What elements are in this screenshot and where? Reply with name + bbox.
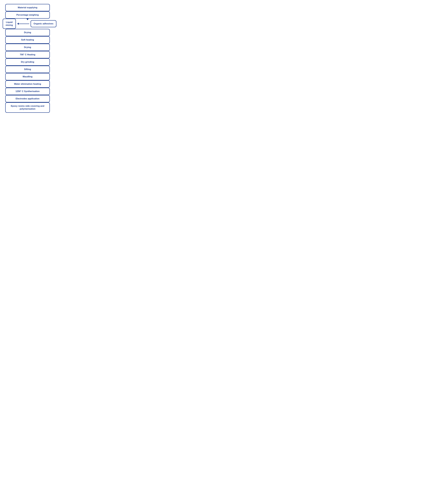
- box-soft-heating: Soft heating: [5, 36, 50, 44]
- box-drying-1: Drying: [5, 29, 50, 36]
- label-700c-heating: 700˚ C Heating: [20, 53, 35, 56]
- diagram-container: Material supplying Percentage weighing L…: [3, 4, 121, 478]
- box-electrodes-application: Electrodes application: [5, 95, 50, 102]
- box-sifting: Sifting: [5, 66, 50, 73]
- label-drying-2: Drying: [24, 46, 31, 48]
- label-water-elimination: Water elimination heating: [14, 83, 41, 85]
- box-liquid-mixing: Liquid mixing: [3, 19, 16, 29]
- label-material-supplying: Material supplying: [18, 6, 37, 9]
- box-water-elimination: Water elimination heating: [5, 80, 50, 88]
- box-material-supplying: Material supplying: [5, 4, 50, 11]
- arrow-head-left: [17, 23, 19, 25]
- arrow-h-line: [19, 23, 29, 24]
- label-epoxy-resins: Epoxy resins side covering and polymeriz…: [11, 105, 44, 110]
- flow-column: Material supplying Percentage weighing L…: [3, 4, 52, 113]
- box-percentage-weighing: Percentage weighing: [5, 11, 50, 19]
- label-organic-adhesives: Organic adhesives: [34, 23, 53, 25]
- label-electrodes-application: Electrodes application: [16, 97, 39, 100]
- label-soft-heating: Soft heating: [21, 39, 34, 41]
- label-percentage-weighing: Percentage weighing: [16, 14, 39, 16]
- box-dry-grinding: Dry grinding: [5, 58, 50, 66]
- label-sifting: Sifting: [24, 68, 31, 70]
- label-dry-grinding: Dry grinding: [21, 61, 34, 63]
- box-epoxy-resins: Epoxy resins side covering and polymeriz…: [5, 102, 50, 113]
- box-700c-heating: 700˚ C Heating: [5, 51, 50, 58]
- box-organic-adhesives: Organic adhesives: [31, 20, 56, 27]
- liquid-mixing-row: Liquid mixing Organic adhesives: [3, 19, 52, 29]
- box-1250c-syntherisation: 1250˚ C Syntherisation: [5, 88, 50, 95]
- box-drying-2: Drying: [5, 44, 50, 51]
- label-1250c-syntherisation: 1250˚ C Syntherisation: [16, 90, 40, 93]
- label-drying-1: Drying: [24, 31, 31, 34]
- box-maudling: Maudling: [5, 73, 50, 80]
- label-liquid-mixing: Liquid mixing: [6, 21, 13, 26]
- label-maudling: Maudling: [23, 75, 32, 78]
- horizontal-arrow: Organic adhesives: [17, 20, 56, 27]
